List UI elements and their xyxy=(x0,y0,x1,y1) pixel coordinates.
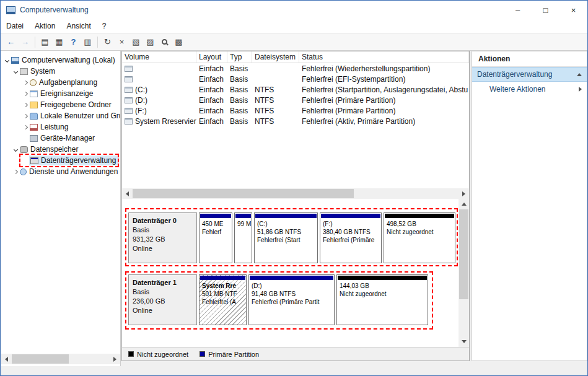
volume-icon xyxy=(125,97,133,103)
console-tree-icon: ▤ xyxy=(41,37,48,46)
tree-horizontal-scrollbar[interactable] xyxy=(1,354,120,364)
search-button[interactable] xyxy=(157,35,172,49)
column-header-layout[interactable]: Layout xyxy=(196,51,227,63)
menu-datei[interactable]: Datei xyxy=(1,20,29,32)
tree-item-leistung[interactable]: Leistung xyxy=(1,121,120,133)
volume-typ: Basis xyxy=(227,117,252,126)
tree-item-dienste[interactable]: Dienste und Anwendungen xyxy=(1,166,120,177)
table-row[interactable]: System Rreserviert Einfach Basis NTFS Fe… xyxy=(122,116,469,126)
unallocated-color-bar xyxy=(338,276,427,280)
scrollbar-track[interactable] xyxy=(12,354,110,364)
chevron-collapsed-icon[interactable] xyxy=(22,103,29,107)
action-item-weitere-aktionen[interactable]: Weitere Aktionen xyxy=(472,82,587,97)
scroll-left-button[interactable] xyxy=(122,188,133,199)
action-item-label: Datenträgerverwaltung xyxy=(477,70,552,79)
back-button[interactable]: ← xyxy=(4,35,18,49)
maximize-button[interactable]: □ xyxy=(532,1,559,19)
disk-size: 236,00 GB xyxy=(133,297,193,306)
legend-label-primary: Primäre Partition xyxy=(208,351,259,358)
forward-button[interactable]: → xyxy=(18,35,32,49)
scrollbar-thumb[interactable] xyxy=(459,209,468,299)
partition-line: (C:) xyxy=(257,220,317,228)
tree-item-datentraegerverwaltung[interactable]: Datenträgerverwaltung xyxy=(1,155,120,166)
console-tree-pane: Computerverwaltung (Lokal) System Aufgab… xyxy=(1,51,121,366)
tree-item-freigegebene-ordner[interactable]: Freigegebene Ordner xyxy=(1,99,120,110)
close-button[interactable]: × xyxy=(559,1,587,19)
scroll-up-button[interactable] xyxy=(459,199,469,209)
disk0-header[interactable]: Datenträger 0 Basis 931,32 GB Online xyxy=(128,212,197,263)
scroll-right-button[interactable] xyxy=(110,354,120,364)
chevron-collapsed-icon[interactable] xyxy=(22,115,29,118)
column-header-volume[interactable]: Volume xyxy=(122,51,196,63)
disk-view-vertical-scrollbar[interactable] xyxy=(459,199,469,347)
volume-dateisystem: NTFS xyxy=(252,85,299,94)
table-row[interactable]: (F:) Einfach Basis NTFS Fehlerfrei (Prim… xyxy=(122,105,469,116)
minimize-button[interactable]: – xyxy=(504,1,532,19)
menu-ansicht[interactable]: Ansicht xyxy=(61,20,96,32)
partition-450mb[interactable]: 450 ME Fehlerf xyxy=(199,212,232,263)
tree-item-lokale-benutzer[interactable]: Lokale Benutzer und Gru xyxy=(1,110,120,121)
tree-item-label: Lokale Benutzer und Gru xyxy=(40,111,121,120)
delete-button[interactable]: × xyxy=(115,35,129,49)
scroll-right-button[interactable] xyxy=(459,188,469,199)
volume-list-horizontal-scrollbar[interactable] xyxy=(122,188,469,199)
table-row[interactable]: Einfach Basis Fehlerfrei (Wiederherstell… xyxy=(122,63,469,74)
partition-unallocated-144gb[interactable]: 144,03 GB Nicht zugeordnet xyxy=(336,274,428,325)
partition-99mb[interactable]: 99 M xyxy=(234,212,252,263)
collapse-section-icon[interactable] xyxy=(577,73,582,76)
properties-button[interactable]: ▧ xyxy=(129,35,143,49)
scrollbar-track[interactable] xyxy=(133,188,459,199)
partition-f[interactable]: (F:) 380,40 GB NTFS Fehlerfrei (Primäre xyxy=(320,212,382,263)
tree-item-datenspeicher[interactable]: Datenspeicher xyxy=(1,144,120,155)
scrollbar-thumb[interactable] xyxy=(12,354,69,364)
table-row[interactable]: (D:) Einfach Basis NTFS Fehlerfrei (Prim… xyxy=(122,95,469,105)
scrollbar-thumb[interactable] xyxy=(133,189,354,198)
table-row[interactable]: (C:) Einfach Basis NTFS Fehlerfrei (Star… xyxy=(122,84,469,95)
partition-d[interactable]: (D:) 91,48 GB NTFS Fehlerfrei (Primäre P… xyxy=(248,274,335,325)
menu-hilfe[interactable]: ? xyxy=(97,20,112,32)
volume-dateisystem: NTFS xyxy=(252,96,299,105)
column-header-status[interactable]: Status xyxy=(299,51,469,63)
tree-item-aufgabenplanung[interactable]: Aufgabenplanung xyxy=(1,77,120,88)
refresh-button[interactable]: ↻ xyxy=(100,35,115,49)
settings-button[interactable]: ▩ xyxy=(172,35,186,49)
shared-folders-icon xyxy=(30,102,38,108)
tree-item-geraete-manager[interactable]: Geräte-Manager xyxy=(1,133,120,144)
partition-unallocated-498gb[interactable]: 498,52 GB Nicht zugeordnet xyxy=(384,212,455,263)
help-button[interactable]: ? xyxy=(66,35,81,49)
partition-line: 99 M xyxy=(237,220,251,228)
app-icon xyxy=(6,6,15,14)
tree-item-computerverwaltung[interactable]: Computerverwaltung (Lokal) xyxy=(1,55,120,66)
chevron-expanded-icon[interactable] xyxy=(12,70,19,73)
tree-item-ereignisanzeige[interactable]: Ereignisanzeige xyxy=(1,88,120,99)
volume-status: Fehlerfrei (Primäre Partition) xyxy=(299,107,469,115)
tree-item-label: Aufgabenplanung xyxy=(39,78,97,87)
partition-system-reserved[interactable]: System Rre 501 MB NTF Fehlerfrei (A xyxy=(199,274,247,325)
menu-aktion[interactable]: Aktion xyxy=(29,20,61,32)
export-list-button[interactable]: ▦ xyxy=(52,35,66,49)
partition-c[interactable]: (C:) 51,86 GB NTFS Fehlerfrei (Start xyxy=(254,212,318,263)
chevron-collapsed-icon[interactable] xyxy=(22,81,29,84)
scroll-down-button[interactable] xyxy=(459,336,469,347)
column-header-dateisystem[interactable]: Dateisystem xyxy=(252,51,299,63)
column-header-typ[interactable]: Typ xyxy=(227,51,252,63)
disk-status: Online xyxy=(133,306,193,315)
volume-icon xyxy=(125,76,133,82)
partition-line: System Rre xyxy=(202,282,245,290)
table-row[interactable]: Einfach Basis Fehlerfrei (EFI-Systempart… xyxy=(122,74,469,84)
chevron-collapsed-icon[interactable] xyxy=(22,92,29,95)
chevron-expanded-icon[interactable] xyxy=(12,148,19,151)
tree-item-label: Computerverwaltung (Lokal) xyxy=(22,56,115,64)
action-pane-button[interactable]: ▥ xyxy=(81,35,95,49)
action-item-datentraegerverwaltung[interactable]: Datenträgerverwaltung xyxy=(472,67,587,82)
disk1-header[interactable]: Datenträger 1 Basis 236,00 GB Online xyxy=(128,274,197,325)
chevron-collapsed-icon[interactable] xyxy=(12,170,19,173)
open-folder-button[interactable]: ▨ xyxy=(143,35,157,49)
expand-submenu-icon[interactable] xyxy=(579,87,582,92)
console-tree-button[interactable]: ▤ xyxy=(38,35,52,49)
chevron-collapsed-icon[interactable] xyxy=(22,126,29,129)
chevron-expanded-icon[interactable] xyxy=(3,59,11,62)
scroll-left-button[interactable] xyxy=(1,354,12,364)
properties-icon: ▧ xyxy=(132,37,139,46)
tree-item-system[interactable]: System xyxy=(1,66,120,77)
